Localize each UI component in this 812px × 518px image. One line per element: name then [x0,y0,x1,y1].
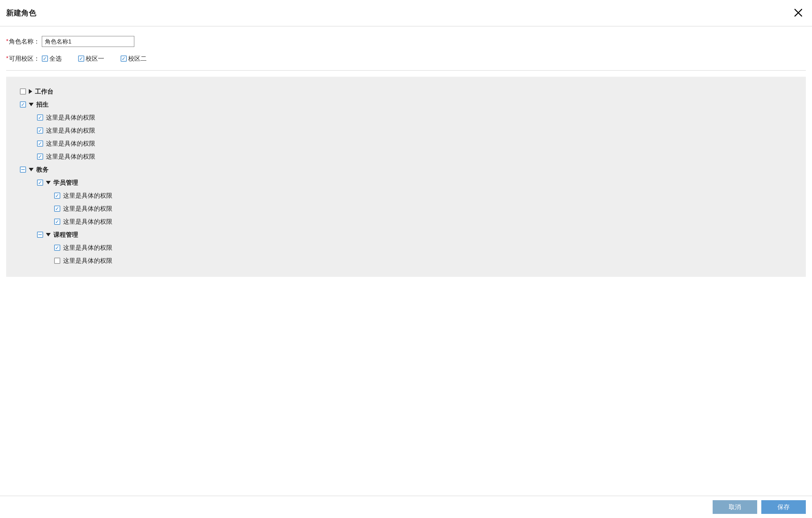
tree-leaf-label: 这里是具体的权限 [46,139,95,148]
tree-children: 这里是具体的权限 这里是具体的权限 这里是具体的权限 这里是具体的权限 [37,111,792,163]
role-name-input[interactable] [42,36,134,47]
tree-node-academic: 教务 学员管理 这里是具体的权限 [20,163,792,267]
campus-option-1[interactable]: 校区一 [78,54,104,63]
tree-node-student-mgmt: 学员管理 这里是具体的权限 这里是具体的权限 [37,176,792,228]
form-row-role-name: * 角色名称： [6,36,806,47]
checkbox-icon[interactable] [54,193,60,199]
dialog-body: * 角色名称： * 可用校区： 全选 校区一 校区二 [0,26,812,485]
checkbox-icon[interactable] [54,258,60,264]
required-mark: * [6,38,8,45]
tree-node-label: 招生 [36,100,49,109]
divider [6,70,806,71]
tree-children: 学员管理 这里是具体的权限 这里是具体的权限 [37,176,792,267]
caret-down-icon[interactable] [29,168,34,171]
checkbox-icon[interactable] [54,206,60,212]
tree-row[interactable]: 招生 [20,98,792,111]
dialog-footer: 取消 保存 [0,496,812,518]
checkbox-icon[interactable] [20,101,26,108]
campus-label: 可用校区： [9,54,40,63]
caret-right-icon[interactable] [29,89,32,94]
tree-row[interactable]: 这里是具体的权限 [54,241,792,254]
tree-node-label: 工作台 [35,87,53,96]
campus-option-2[interactable]: 校区二 [121,54,147,63]
tree-row[interactable]: 这里是具体的权限 [54,202,792,215]
tree-node-label: 教务 [36,165,49,174]
checkbox-indeterminate-icon[interactable] [20,166,26,173]
cancel-button[interactable]: 取消 [713,500,757,514]
tree-row[interactable]: 这里是具体的权限 [37,111,792,124]
tree-leaf-label: 这里是具体的权限 [63,205,112,213]
dialog-title: 新建角色 [6,8,36,18]
checkbox-icon[interactable] [37,153,43,160]
tree-children: 这里是具体的权限 这里是具体的权限 [54,241,792,267]
checkbox-icon[interactable] [20,88,26,95]
checkbox-icon [121,56,127,62]
tree-row[interactable]: 这里是具体的权限 [37,150,792,163]
checkbox-icon[interactable] [37,180,43,186]
tree-row[interactable]: 这里是具体的权限 [37,124,792,137]
caret-down-icon[interactable] [29,103,34,106]
checkbox-icon[interactable] [37,127,43,134]
campus-option-label: 校区一 [86,54,104,63]
campus-option-label: 校区二 [128,54,147,63]
save-button[interactable]: 保存 [761,500,806,514]
checkbox-icon [78,56,84,62]
role-name-label: 角色名称： [9,37,40,46]
caret-down-icon[interactable] [46,233,51,236]
caret-down-icon[interactable] [46,181,51,184]
tree-leaf-label: 这里是具体的权限 [46,113,95,122]
checkbox-icon[interactable] [54,245,60,251]
checkbox-icon [42,56,48,62]
tree-leaf-label: 这里是具体的权限 [63,244,112,252]
required-mark: * [6,56,8,62]
tree-node-workbench: 工作台 [20,85,792,98]
tree-node-label: 课程管理 [53,231,78,239]
tree-children: 这里是具体的权限 这里是具体的权限 这里是具体的权限 [54,189,792,228]
dialog-header: 新建角色 [0,0,812,26]
tree-node-label: 学员管理 [53,178,78,187]
tree-row[interactable]: 课程管理 [37,228,792,241]
tree-row[interactable]: 教务 [20,163,792,176]
campus-select-all[interactable]: 全选 [42,54,62,63]
tree-node-course-mgmt: 课程管理 这里是具体的权限 这里是具体的权限 [37,228,792,267]
tree-leaf-label: 这里是具体的权限 [46,152,95,161]
campus-checkbox-group: 全选 校区一 校区二 [42,54,147,63]
tree-leaf-label: 这里是具体的权限 [63,257,112,265]
tree-leaf-label: 这里是具体的权限 [63,192,112,200]
tree-row[interactable]: 学员管理 [37,176,792,189]
tree-row[interactable]: 工作台 [20,85,792,98]
dialog-create-role: 新建角色 * 角色名称： * 可用校区： 全选 校区一 [0,0,812,518]
tree-leaf-label: 这里是具体的权限 [63,218,112,226]
campus-select-all-label: 全选 [49,54,62,63]
tree-leaf-label: 这里是具体的权限 [46,126,95,135]
checkbox-indeterminate-icon[interactable] [37,232,43,238]
tree-row[interactable]: 这里是具体的权限 [54,254,792,267]
form-row-campus: * 可用校区： 全选 校区一 校区二 [6,54,806,63]
checkbox-icon[interactable] [54,219,60,225]
tree-row[interactable]: 这里是具体的权限 [54,189,792,202]
tree-node-admissions: 招生 这里是具体的权限 这里是具体的权限 这里是具体的权限 [20,98,792,163]
tree-row[interactable]: 这里是具体的权限 [54,215,792,228]
tree-row[interactable]: 这里是具体的权限 [37,137,792,150]
checkbox-icon[interactable] [37,114,43,121]
permission-tree-panel: 工作台 招生 这里是具体的权限 这里是具体的权限 [6,77,806,277]
checkbox-icon[interactable] [37,140,43,147]
close-icon[interactable] [791,6,805,20]
